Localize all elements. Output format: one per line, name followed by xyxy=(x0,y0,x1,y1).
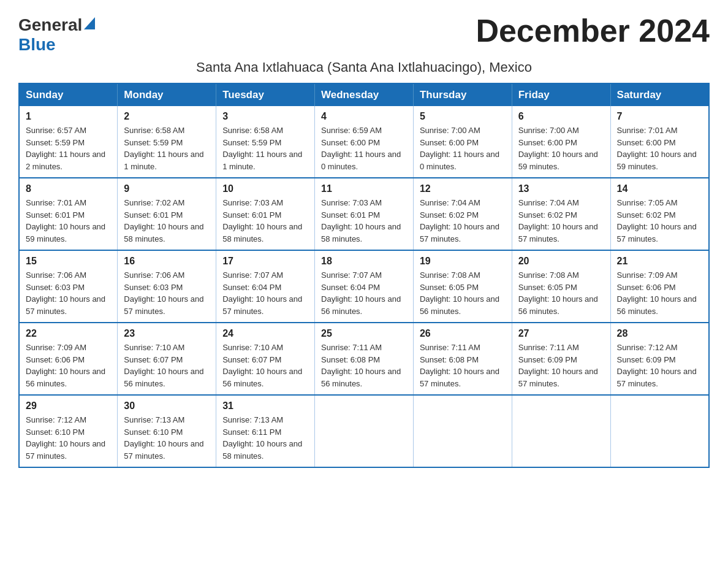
week-row-3: 15 Sunrise: 7:06 AM Sunset: 6:03 PM Dayl… xyxy=(19,250,709,323)
day-number: 9 xyxy=(124,183,210,194)
day-info: Sunrise: 7:06 AM Sunset: 6:03 PM Dayligh… xyxy=(26,269,111,317)
calendar-cell: 23 Sunrise: 7:10 AM Sunset: 6:07 PM Dayl… xyxy=(118,323,216,395)
week-row-1: 1 Sunrise: 6:57 AM Sunset: 5:59 PM Dayli… xyxy=(19,106,709,178)
day-info: Sunrise: 7:03 AM Sunset: 6:01 PM Dayligh… xyxy=(321,197,407,245)
day-info: Sunrise: 6:58 AM Sunset: 5:59 PM Dayligh… xyxy=(124,124,210,172)
calendar-cell: 17 Sunrise: 7:07 AM Sunset: 6:04 PM Dayl… xyxy=(216,250,315,323)
week-row-5: 29 Sunrise: 7:12 AM Sunset: 6:10 PM Dayl… xyxy=(19,395,709,467)
day-info: Sunrise: 7:03 AM Sunset: 6:01 PM Dayligh… xyxy=(222,197,308,245)
weekday-header-row: SundayMondayTuesdayWednesdayThursdayFrid… xyxy=(19,83,709,106)
day-info: Sunrise: 7:04 AM Sunset: 6:02 PM Dayligh… xyxy=(518,197,604,245)
day-number: 31 xyxy=(222,400,308,412)
day-number: 20 xyxy=(518,256,604,267)
location-title: Santa Ana Ixtlahuaca (Santa Ana Ixtlahua… xyxy=(18,59,710,75)
day-info: Sunrise: 7:08 AM Sunset: 6:05 PM Dayligh… xyxy=(420,269,506,317)
day-info: Sunrise: 7:13 AM Sunset: 6:11 PM Dayligh… xyxy=(222,414,308,462)
day-info: Sunrise: 7:11 AM Sunset: 6:08 PM Dayligh… xyxy=(321,342,407,389)
day-info: Sunrise: 7:13 AM Sunset: 6:10 PM Dayligh… xyxy=(124,414,210,462)
logo: General Blue xyxy=(18,12,95,55)
calendar-cell xyxy=(413,395,512,467)
week-row-4: 22 Sunrise: 7:09 AM Sunset: 6:06 PM Dayl… xyxy=(19,323,709,395)
day-info: Sunrise: 7:11 AM Sunset: 6:08 PM Dayligh… xyxy=(420,342,506,389)
weekday-header-thursday: Thursday xyxy=(413,83,512,106)
calendar-cell: 8 Sunrise: 7:01 AM Sunset: 6:01 PM Dayli… xyxy=(19,178,118,250)
day-number: 29 xyxy=(26,400,111,412)
day-number: 17 xyxy=(222,256,308,267)
day-number: 28 xyxy=(617,328,702,339)
calendar-cell: 4 Sunrise: 6:59 AM Sunset: 6:00 PM Dayli… xyxy=(315,106,414,178)
day-info: Sunrise: 7:10 AM Sunset: 6:07 PM Dayligh… xyxy=(222,342,308,389)
day-number: 1 xyxy=(26,111,111,122)
calendar-cell: 20 Sunrise: 7:08 AM Sunset: 6:05 PM Dayl… xyxy=(512,250,610,323)
day-info: Sunrise: 7:01 AM Sunset: 6:00 PM Dayligh… xyxy=(617,124,702,172)
day-info: Sunrise: 7:00 AM Sunset: 6:00 PM Dayligh… xyxy=(518,124,604,172)
day-info: Sunrise: 7:02 AM Sunset: 6:01 PM Dayligh… xyxy=(124,197,210,245)
calendar-cell: 5 Sunrise: 7:00 AM Sunset: 6:00 PM Dayli… xyxy=(413,106,512,178)
day-number: 19 xyxy=(420,256,506,267)
calendar-cell xyxy=(512,395,610,467)
calendar-cell xyxy=(610,395,709,467)
calendar-cell: 29 Sunrise: 7:12 AM Sunset: 6:10 PM Dayl… xyxy=(19,395,118,467)
calendar-cell: 19 Sunrise: 7:08 AM Sunset: 6:05 PM Dayl… xyxy=(413,250,512,323)
logo-general-text: General xyxy=(18,15,82,35)
calendar-cell: 2 Sunrise: 6:58 AM Sunset: 5:59 PM Dayli… xyxy=(118,106,216,178)
day-info: Sunrise: 7:01 AM Sunset: 6:01 PM Dayligh… xyxy=(26,197,111,245)
day-number: 15 xyxy=(26,256,111,267)
calendar-table: SundayMondayTuesdayWednesdayThursdayFrid… xyxy=(18,83,710,468)
day-number: 30 xyxy=(124,400,210,412)
day-number: 10 xyxy=(222,183,308,194)
day-number: 12 xyxy=(420,183,506,194)
day-number: 16 xyxy=(124,256,210,267)
day-info: Sunrise: 7:00 AM Sunset: 6:00 PM Dayligh… xyxy=(420,124,506,172)
page-header: General Blue December 2024 xyxy=(18,12,710,55)
day-number: 8 xyxy=(26,183,111,194)
day-number: 7 xyxy=(617,111,702,122)
logo-blue-text: Blue xyxy=(18,35,56,54)
day-info: Sunrise: 7:04 AM Sunset: 6:02 PM Dayligh… xyxy=(420,197,506,245)
day-info: Sunrise: 7:05 AM Sunset: 6:02 PM Dayligh… xyxy=(617,197,702,245)
weekday-header-tuesday: Tuesday xyxy=(216,83,315,106)
calendar-cell: 18 Sunrise: 7:07 AM Sunset: 6:04 PM Dayl… xyxy=(315,250,414,323)
day-info: Sunrise: 7:12 AM Sunset: 6:09 PM Dayligh… xyxy=(617,342,702,389)
calendar-cell: 10 Sunrise: 7:03 AM Sunset: 6:01 PM Dayl… xyxy=(216,178,315,250)
calendar-cell: 21 Sunrise: 7:09 AM Sunset: 6:06 PM Dayl… xyxy=(610,250,709,323)
day-info: Sunrise: 7:07 AM Sunset: 6:04 PM Dayligh… xyxy=(321,269,407,317)
day-info: Sunrise: 7:07 AM Sunset: 6:04 PM Dayligh… xyxy=(222,269,308,317)
calendar-cell: 28 Sunrise: 7:12 AM Sunset: 6:09 PM Dayl… xyxy=(610,323,709,395)
calendar-cell: 7 Sunrise: 7:01 AM Sunset: 6:00 PM Dayli… xyxy=(610,106,709,178)
day-info: Sunrise: 7:09 AM Sunset: 6:06 PM Dayligh… xyxy=(26,342,111,389)
day-info: Sunrise: 6:57 AM Sunset: 5:59 PM Dayligh… xyxy=(26,124,111,172)
logo-triangle xyxy=(84,17,95,32)
calendar-cell: 6 Sunrise: 7:00 AM Sunset: 6:00 PM Dayli… xyxy=(512,106,610,178)
day-info: Sunrise: 6:58 AM Sunset: 5:59 PM Dayligh… xyxy=(222,124,308,172)
calendar-cell xyxy=(315,395,414,467)
calendar-cell: 27 Sunrise: 7:11 AM Sunset: 6:09 PM Dayl… xyxy=(512,323,610,395)
day-info: Sunrise: 7:10 AM Sunset: 6:07 PM Dayligh… xyxy=(124,342,210,389)
day-number: 25 xyxy=(321,328,407,339)
day-number: 24 xyxy=(222,328,308,339)
day-number: 27 xyxy=(518,328,604,339)
day-info: Sunrise: 7:06 AM Sunset: 6:03 PM Dayligh… xyxy=(124,269,210,317)
day-number: 23 xyxy=(124,328,210,339)
svg-marker-0 xyxy=(84,17,95,29)
calendar-cell: 31 Sunrise: 7:13 AM Sunset: 6:11 PM Dayl… xyxy=(216,395,315,467)
calendar-cell: 22 Sunrise: 7:09 AM Sunset: 6:06 PM Dayl… xyxy=(19,323,118,395)
day-number: 5 xyxy=(420,111,506,122)
weekday-header-sunday: Sunday xyxy=(19,83,118,106)
day-number: 13 xyxy=(518,183,604,194)
day-info: Sunrise: 7:08 AM Sunset: 6:05 PM Dayligh… xyxy=(518,269,604,317)
day-number: 14 xyxy=(617,183,702,194)
month-title: December 2024 xyxy=(476,12,710,49)
day-number: 3 xyxy=(222,111,308,122)
calendar-cell: 12 Sunrise: 7:04 AM Sunset: 6:02 PM Dayl… xyxy=(413,178,512,250)
weekday-header-monday: Monday xyxy=(118,83,216,106)
calendar-cell: 1 Sunrise: 6:57 AM Sunset: 5:59 PM Dayli… xyxy=(19,106,118,178)
calendar-cell: 30 Sunrise: 7:13 AM Sunset: 6:10 PM Dayl… xyxy=(118,395,216,467)
day-info: Sunrise: 6:59 AM Sunset: 6:00 PM Dayligh… xyxy=(321,124,407,172)
day-number: 11 xyxy=(321,183,407,194)
calendar-cell: 11 Sunrise: 7:03 AM Sunset: 6:01 PM Dayl… xyxy=(315,178,414,250)
day-number: 18 xyxy=(321,256,407,267)
calendar-cell: 3 Sunrise: 6:58 AM Sunset: 5:59 PM Dayli… xyxy=(216,106,315,178)
weekday-header-friday: Friday xyxy=(512,83,610,106)
day-info: Sunrise: 7:09 AM Sunset: 6:06 PM Dayligh… xyxy=(617,269,702,317)
